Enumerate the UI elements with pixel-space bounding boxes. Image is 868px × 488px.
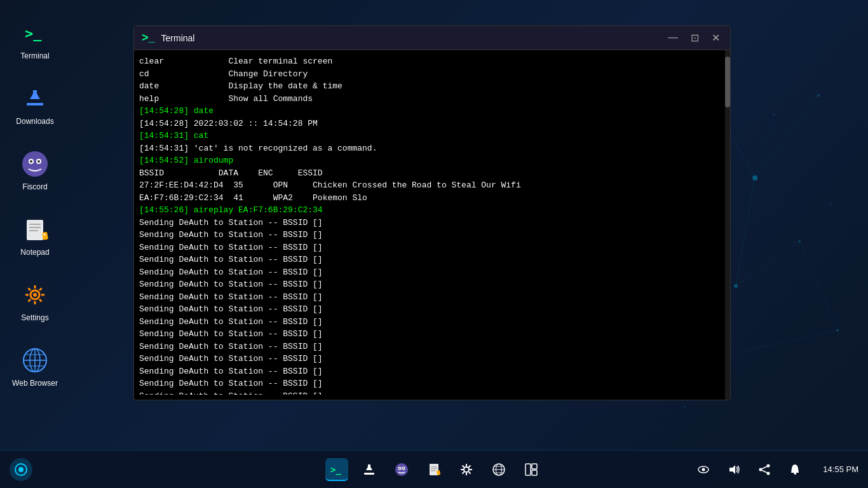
svg-line-96 — [469, 465, 471, 467]
svg-line-113 — [762, 470, 767, 473]
svg-point-49 — [30, 160, 32, 163]
taskbar-multi-icon[interactable] — [520, 458, 543, 481]
svg-point-74 — [18, 467, 24, 472]
terminal-line: Sending DeAuth to Station -- BSSID [] — [139, 266, 717, 279]
terminal-content: clear Clear terminal screencd Change Dir… — [139, 55, 725, 395]
terminal-line: [14:54:52] airodump — [139, 154, 717, 167]
terminal-line: date Display the date & time — [139, 80, 717, 93]
taskbar-share-icon[interactable] — [753, 458, 776, 481]
clock-display: 14:55 PM — [814, 464, 858, 474]
svg-point-82 — [399, 468, 400, 469]
sidebar-item-notepad[interactable]: Notepad — [15, 209, 55, 262]
svg-line-65 — [39, 288, 42, 291]
taskbar-downloads-icon[interactable] — [358, 458, 381, 481]
taskbar-notepad-icon[interactable] — [423, 458, 445, 481]
fiscord-icon — [20, 149, 50, 179]
svg-rect-86 — [431, 468, 437, 470]
svg-line-30 — [723, 330, 837, 356]
svg-rect-104 — [532, 464, 537, 469]
sidebar-label-notepad: Notepad — [20, 248, 49, 257]
svg-line-26 — [736, 241, 799, 286]
svg-point-37 — [684, 406, 686, 408]
svg-line-97 — [463, 471, 465, 473]
sidebar-item-fiscord[interactable]: Fiscord — [15, 144, 55, 196]
taskbar-settings-icon[interactable] — [455, 458, 478, 481]
svg-text:>_: >_ — [330, 464, 341, 475]
svg-rect-78 — [368, 464, 370, 470]
desktop: >_ Terminal Downloads — [0, 0, 868, 488]
sidebar-label-downloads: Downloads — [16, 117, 53, 126]
svg-line-94 — [463, 465, 465, 467]
terminal-scrollbar-thumb[interactable] — [725, 57, 730, 107]
terminal-line: clear Clear terminal screen — [139, 55, 717, 68]
taskbar-right: 14:55 PM — [692, 458, 858, 481]
terminal-line: Sending DeAuth to Station -- BSSID [] — [139, 217, 717, 229]
taskbar-fiscord-icon[interactable] — [390, 458, 413, 481]
terminal-line: [14:54:31] 'cat' is not recognized as a … — [139, 142, 717, 155]
terminal-line: Sending DeAuth to Station -- BSSID [] — [139, 328, 717, 341]
terminal-line: 27:2F:EE:D4:42:D4 35 OPN Chicken Crossed… — [139, 179, 717, 192]
close-button[interactable]: ✕ — [709, 30, 722, 45]
terminal-line: [14:54:31] cat — [139, 130, 717, 142]
taskbar: >_ — [0, 450, 868, 488]
svg-point-79 — [395, 463, 408, 476]
taskbar-web-icon[interactable] — [487, 458, 510, 481]
svg-rect-87 — [431, 470, 435, 471]
svg-rect-45 — [33, 90, 37, 99]
terminal-controls: — ⊡ ✕ — [665, 30, 722, 45]
terminal-line: [14:54:28] 2022:03:02 :: 14:54:28 PM — [139, 118, 717, 130]
terminal-icon: >_ — [20, 18, 50, 48]
minimize-button[interactable]: — — [665, 30, 681, 45]
svg-rect-43 — [27, 103, 43, 105]
svg-line-23 — [736, 178, 755, 286]
svg-point-107 — [702, 468, 705, 471]
svg-line-112 — [762, 466, 767, 469]
taskbar-terminal-icon[interactable]: >_ — [325, 458, 348, 481]
terminal-window: >_ Terminal — ⊡ ✕ clear Clear terminal s… — [133, 25, 731, 400]
terminal-line: Sending DeAuth to Station -- BSSID [] — [139, 353, 717, 365]
taskbar-center: >_ — [325, 458, 543, 481]
svg-rect-85 — [431, 466, 437, 468]
terminal-titlebar: >_ Terminal — ⊡ ✕ — [134, 26, 730, 50]
terminal-line: help Show all Commands — [139, 93, 717, 105]
svg-point-83 — [403, 468, 404, 469]
sidebar-label-fiscord: Fiscord — [22, 182, 47, 191]
sidebar-item-webbrowser[interactable]: Web Browser — [7, 340, 63, 393]
svg-line-95 — [469, 471, 471, 473]
svg-line-66 — [29, 299, 31, 302]
svg-point-46 — [22, 151, 48, 177]
terminal-window-title: Terminal — [161, 33, 659, 43]
svg-point-50 — [37, 160, 40, 163]
taskbar-left — [10, 458, 32, 481]
sidebar-item-settings[interactable]: Settings — [15, 274, 55, 327]
svg-line-20 — [755, 95, 818, 178]
svg-line-40 — [755, 114, 774, 178]
terminal-line: Sending DeAuth to Station -- BSSID [] — [139, 377, 717, 390]
settings-icon — [20, 280, 50, 310]
sidebar-item-terminal[interactable]: >_ Terminal — [15, 13, 55, 65]
svg-rect-103 — [526, 464, 531, 475]
terminal-line: [14:55:26] aireplay EA:F7:6B:29:C2:34 — [139, 204, 717, 217]
taskbar-bell-icon[interactable] — [783, 458, 806, 481]
sidebar-label-webbrowser: Web Browser — [12, 379, 58, 388]
svg-line-63 — [29, 288, 31, 291]
web-browser-icon — [20, 345, 50, 376]
maximize-button[interactable]: ⊡ — [688, 30, 702, 45]
svg-rect-105 — [532, 470, 537, 475]
svg-line-64 — [39, 299, 42, 302]
svg-point-58 — [33, 293, 37, 297]
sidebar-item-downloads[interactable]: Downloads — [11, 78, 58, 131]
terminal-line: Sending DeAuth to Station -- BSSID [] — [139, 365, 717, 378]
terminal-scrollbar[interactable] — [725, 50, 730, 400]
terminal-line: Sending DeAuth to Station -- BSSID [] — [139, 291, 717, 304]
terminal-prompt-icon: >_ — [142, 31, 155, 44]
terminal-line: Sending DeAuth to Station -- BSSID [] — [139, 341, 717, 353]
taskbar-volume-icon[interactable] — [722, 458, 745, 481]
terminal-body[interactable]: clear Clear terminal screencd Change Dir… — [134, 50, 730, 400]
terminal-line: Sending DeAuth to Station -- BSSID [] — [139, 390, 717, 395]
start-button[interactable] — [10, 458, 32, 481]
terminal-line: Sending DeAuth to Station -- BSSID [] — [139, 229, 717, 241]
svg-rect-54 — [29, 230, 38, 231]
taskbar-eye-icon[interactable] — [692, 458, 715, 481]
terminal-line: cd Change Directory — [139, 68, 717, 81]
